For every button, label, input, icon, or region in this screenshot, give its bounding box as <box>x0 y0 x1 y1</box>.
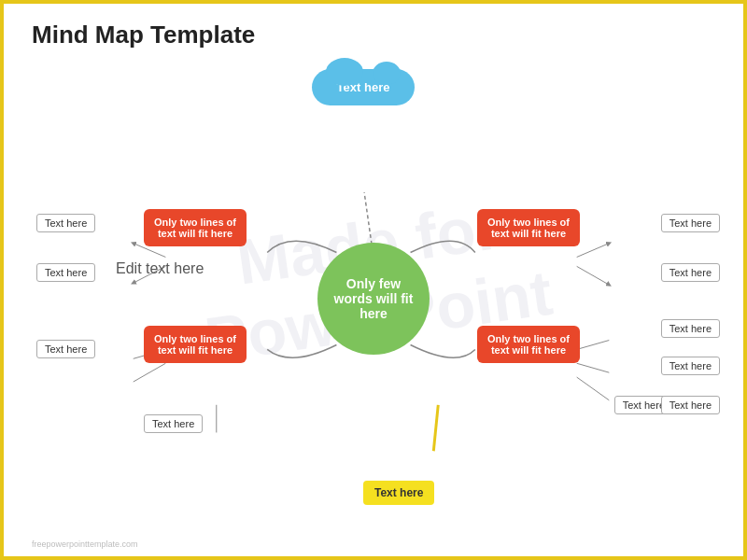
page-title: Mind Map Template <box>32 21 255 49</box>
svg-line-7 <box>577 377 610 400</box>
yellow-box: Text here <box>363 481 434 505</box>
edit-label: Edit text here <box>116 260 204 277</box>
red-box-top-right: Only two lines of text will fit here <box>477 209 580 246</box>
text-label-right-top2: Text here <box>661 263 720 282</box>
text-label-right-bot2: Text here <box>661 357 720 375</box>
svg-line-11 <box>433 405 438 451</box>
svg-line-9 <box>134 363 166 382</box>
text-label-right-bot1: Text here <box>661 319 720 338</box>
red-box-bottom-left: Only two lines of text will fit here <box>144 326 247 363</box>
text-label-left-bot2: Text here <box>144 414 203 433</box>
text-label-right-bot4: Text here <box>661 396 720 414</box>
svg-line-1 <box>577 244 610 258</box>
text-label-right-top1: Text here <box>661 214 720 232</box>
center-node: Only few words will fit here <box>317 243 430 355</box>
cloud-node: Text here <box>312 69 415 105</box>
red-box-bottom-right: Only two lines of text will fit here <box>477 326 580 363</box>
mind-map-area: Text here Only few words will fit here E… <box>22 60 725 538</box>
svg-line-2 <box>577 266 610 285</box>
text-label-left-bot1: Text here <box>36 340 95 358</box>
website-label: freepowerpointtemplate.com <box>32 539 138 549</box>
text-label-left-top2: Text here <box>36 263 95 282</box>
text-label-left-top1: Text here <box>36 214 95 232</box>
svg-line-6 <box>577 363 610 372</box>
red-box-top-left: Only two lines of text will fit here <box>144 209 247 246</box>
svg-line-5 <box>577 341 610 350</box>
